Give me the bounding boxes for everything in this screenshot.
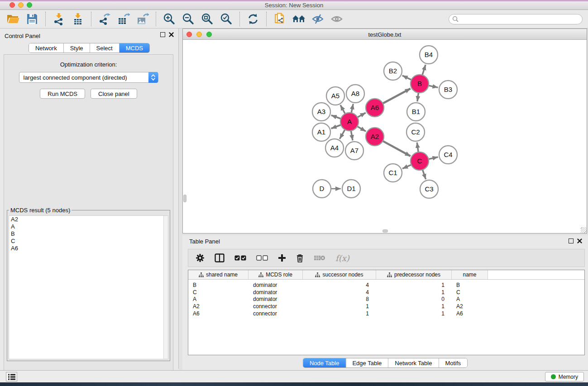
- tab-edge-table[interactable]: Edge Table: [346, 358, 388, 367]
- export-table-icon[interactable]: [116, 12, 131, 26]
- deselect-all-icon[interactable]: [256, 255, 268, 261]
- table-row[interactable]: Bdominator41B: [188, 281, 584, 289]
- column-header-name[interactable]: name: [452, 270, 488, 279]
- add-column-icon[interactable]: [278, 254, 286, 262]
- float-panel-icon[interactable]: [160, 32, 165, 37]
- column-header-predecessor-nodes[interactable]: predecessor nodes: [376, 270, 452, 279]
- graph-node-A8[interactable]: A8: [346, 85, 364, 103]
- graph-node-A5[interactable]: A5: [326, 87, 344, 105]
- graph-edge-C-C3[interactable]: [422, 169, 426, 179]
- tab-motifs[interactable]: Motifs: [439, 358, 467, 367]
- mcds-result-item[interactable]: C: [9, 238, 168, 245]
- zoom-out-icon[interactable]: [181, 12, 196, 26]
- open-session-icon[interactable]: [5, 12, 21, 26]
- node-table[interactable]: shared name MCDS role successor nodes pr…: [188, 270, 585, 355]
- graph-node-C3[interactable]: C3: [420, 180, 438, 198]
- table-row[interactable]: Cdominator41C: [188, 289, 584, 296]
- tab-network-table[interactable]: Network Table: [388, 358, 439, 367]
- canvas-horizontal-scrollbar[interactable]: [382, 229, 388, 233]
- export-image-icon[interactable]: [135, 12, 150, 26]
- result-list-scrollbar[interactable]: [163, 216, 168, 359]
- select-all-icon[interactable]: [234, 255, 246, 261]
- graph-node-D[interactable]: D: [313, 180, 331, 198]
- graph-edge-B-B2[interactable]: [402, 76, 412, 80]
- graph-edge-A-A2[interactable]: [357, 126, 366, 131]
- tab-network[interactable]: Network: [29, 43, 64, 52]
- network-graph[interactable]: AA1A2A3A4A5A6A7A8BB1B2B3B4CC1C2C3C4DD1: [183, 40, 587, 233]
- graph-edge-A6-B[interactable]: [382, 89, 411, 104]
- tab-select[interactable]: Select: [90, 43, 120, 52]
- mcds-result-item[interactable]: A6: [9, 245, 168, 252]
- zoom-selected-icon[interactable]: [219, 12, 234, 26]
- first-neighbors-icon[interactable]: [291, 12, 306, 26]
- tab-style[interactable]: Style: [64, 43, 90, 52]
- hide-selected-icon[interactable]: [310, 12, 325, 26]
- function-builder-icon[interactable]: f(x): [335, 253, 349, 263]
- graph-node-A2[interactable]: A2: [366, 128, 384, 146]
- graph-edge-A2-C[interactable]: [382, 141, 411, 156]
- graph-edge-A-A5[interactable]: [340, 105, 345, 114]
- graph-edge-B-B1[interactable]: [417, 92, 419, 101]
- graph-node-A3[interactable]: A3: [312, 103, 330, 121]
- zoom-in-icon[interactable]: [162, 12, 177, 26]
- graph-edge-C-C2[interactable]: [417, 143, 418, 153]
- network-canvas[interactable]: AA1A2A3A4A5A6A7A8BB1B2B3B4CC1C2C3C4DD1: [183, 40, 587, 233]
- export-network-icon[interactable]: [97, 12, 112, 26]
- graph-edge-A-A4[interactable]: [339, 129, 345, 139]
- memory-button[interactable]: Memory: [545, 372, 584, 381]
- import-table-icon[interactable]: [70, 12, 86, 26]
- graph-node-A[interactable]: A: [340, 113, 359, 131]
- graph-node-A6[interactable]: A6: [366, 99, 384, 117]
- zoom-fit-icon[interactable]: [200, 12, 215, 26]
- graph-edge-A-A8[interactable]: [351, 104, 354, 114]
- graph-node-C1[interactable]: C1: [384, 164, 402, 182]
- graph-node-C2[interactable]: C2: [406, 123, 425, 141]
- table-settings-icon[interactable]: [196, 253, 205, 262]
- graph-node-B[interactable]: B: [411, 75, 429, 93]
- graph-edge-B-B3[interactable]: [428, 86, 438, 88]
- close-panel-button[interactable]: Close panel: [91, 89, 137, 99]
- column-header-successor-nodes[interactable]: successor nodes: [303, 270, 376, 279]
- graph-edge-A-A7[interactable]: [351, 130, 353, 141]
- graph-node-B4[interactable]: B4: [420, 46, 438, 64]
- float-table-panel-icon[interactable]: [569, 238, 574, 243]
- graph-node-B3[interactable]: B3: [439, 81, 457, 99]
- tab-mcds[interactable]: MCDS: [120, 43, 149, 52]
- save-session-icon[interactable]: [24, 12, 40, 26]
- mcds-result-list[interactable]: A2 A B C A6: [9, 215, 168, 359]
- table-row[interactable]: A2connector11A2: [188, 303, 584, 310]
- mcds-result-item[interactable]: A: [9, 223, 168, 230]
- table-row[interactable]: Adominator80A: [188, 295, 584, 303]
- mcds-result-item[interactable]: A2: [9, 216, 168, 223]
- table-row[interactable]: A6connector11A6: [188, 310, 584, 317]
- import-network-icon[interactable]: [51, 12, 67, 26]
- refresh-icon[interactable]: [245, 12, 261, 26]
- column-view-icon[interactable]: [215, 253, 225, 262]
- graph-edge-A-A1[interactable]: [331, 124, 342, 129]
- column-header-mcds-role[interactable]: MCDS role: [249, 270, 303, 279]
- graph-edge-C-C1[interactable]: [402, 164, 412, 168]
- close-panel-icon[interactable]: [169, 32, 174, 37]
- mcds-result-item[interactable]: B: [9, 230, 168, 238]
- tab-node-table[interactable]: Node Table: [303, 358, 346, 367]
- column-header-shared-name[interactable]: shared name: [188, 270, 249, 279]
- criterion-dropdown[interactable]: largest connected component (directed): [19, 72, 158, 83]
- graph-node-C[interactable]: C: [411, 152, 429, 170]
- frame-resize-grip[interactable]: [581, 227, 587, 233]
- graph-node-B1[interactable]: B1: [407, 103, 425, 121]
- graph-edge-A-A6[interactable]: [357, 113, 366, 118]
- graph-node-A4[interactable]: A4: [325, 139, 344, 157]
- close-table-panel-icon[interactable]: [577, 238, 582, 243]
- run-mcds-button[interactable]: Run MCDS: [40, 89, 85, 99]
- search-input[interactable]: [449, 14, 583, 24]
- show-all-icon[interactable]: [329, 12, 344, 26]
- graph-node-C4[interactable]: C4: [439, 146, 457, 164]
- new-network-from-selection-icon[interactable]: [272, 12, 287, 26]
- graph-node-A1[interactable]: A1: [312, 123, 330, 141]
- task-history-button[interactable]: [6, 372, 17, 381]
- graph-edge-A-A3[interactable]: [331, 115, 342, 119]
- graph-node-A7[interactable]: A7: [345, 142, 363, 160]
- canvas-vertical-scrollbar[interactable]: [183, 195, 186, 202]
- graph-edge-C-C4[interactable]: [428, 157, 438, 159]
- graph-node-D1[interactable]: D1: [342, 180, 360, 198]
